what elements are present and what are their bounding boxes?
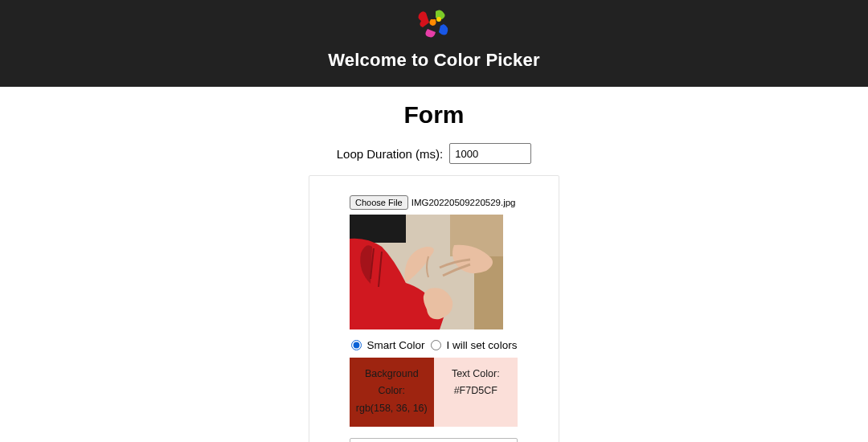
text-color-swatch: Text Color: #F7D5CF: [434, 358, 518, 427]
bg-swatch-title: Background Color:: [354, 366, 429, 400]
loop-duration-label: Loop Duration (ms):: [337, 147, 444, 161]
selected-file-name: IMG20220509220529.jpg: [411, 198, 516, 207]
image-preview: [350, 215, 503, 329]
svg-point-0: [436, 17, 441, 22]
radio-smart-label: Smart Color: [367, 339, 425, 351]
logo-icon: [411, 8, 457, 43]
background-color-swatch: Background Color: rgb(158, 36, 16): [350, 358, 434, 427]
radio-manual-color[interactable]: [431, 340, 441, 350]
text-swatch-title: Text Color:: [439, 366, 514, 383]
bg-swatch-value: rgb(158, 36, 16): [354, 400, 429, 417]
welcome-heading: Welcome to Color Picker: [0, 50, 868, 71]
radio-smart-color[interactable]: [351, 340, 362, 350]
color-mode-radio-group: Smart Color I will set colors: [350, 339, 518, 351]
file-input-row: Choose File IMG20220509220529.jpg: [350, 195, 518, 210]
choose-file-button[interactable]: Choose File: [350, 195, 408, 210]
radio-manual-label: I will set colors: [447, 339, 518, 351]
app-header: Welcome to Color Picker: [0, 0, 868, 87]
form-card: Choose File IMG20220509220529.jpg Smart …: [309, 175, 559, 442]
color-swatches: Background Color: rgb(158, 36, 16) Text …: [350, 358, 518, 427]
text-swatch-value: #F7D5CF: [439, 383, 514, 399]
loop-duration-input[interactable]: [449, 143, 531, 164]
loop-duration-row: Loop Duration (ms):: [0, 143, 868, 164]
text-input[interactable]: [350, 438, 518, 442]
page-title: Form: [0, 101, 868, 129]
svg-rect-2: [350, 215, 406, 243]
